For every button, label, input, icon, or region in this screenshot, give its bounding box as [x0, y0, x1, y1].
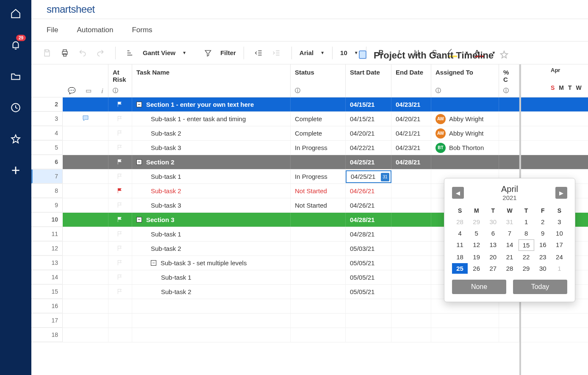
print-icon[interactable]	[58, 46, 72, 60]
info-icon[interactable]: ⓘ	[295, 87, 341, 94]
datepicker-day[interactable]: 30	[485, 217, 501, 227]
favorites-icon[interactable]	[10, 133, 22, 145]
end-date-cell[interactable]	[391, 198, 431, 212]
flag-icon[interactable]	[116, 245, 124, 253]
flag-icon[interactable]	[116, 101, 124, 108]
start-date-cell[interactable]: 04/28/21	[346, 213, 391, 227]
timeline-row[interactable]	[521, 314, 588, 328]
status-cell[interactable]: Not Started	[291, 184, 346, 198]
start-date-cell[interactable]	[346, 328, 391, 342]
info-icon[interactable]: ⓘ	[435, 87, 494, 94]
expand-icon[interactable]: −	[136, 159, 142, 165]
row-number[interactable]: 8	[31, 184, 63, 198]
start-date-cell[interactable]: 04/25/2131	[346, 170, 391, 183]
datepicker-day[interactable]: 11	[452, 239, 468, 251]
risk-cell[interactable]	[108, 97, 132, 111]
task-cell[interactable]: Sub-task 2	[132, 184, 291, 198]
task-cell[interactable]: −Section 2	[132, 155, 291, 169]
datepicker-day[interactable]: 8	[519, 228, 534, 239]
task-cell[interactable]: Sub-task 1	[132, 169, 291, 183]
datepicker-day[interactable]: 1	[519, 217, 534, 227]
view-label[interactable]: Gantt View	[143, 49, 175, 56]
task-cell[interactable]: Sub-task 2	[132, 285, 291, 299]
notifications-icon[interactable]: 29	[10, 39, 22, 51]
row-number[interactable]: 15	[31, 285, 63, 299]
menu-forms[interactable]: Forms	[132, 26, 152, 34]
start-date-cell[interactable]	[346, 299, 391, 313]
status-cell[interactable]: Complete	[291, 126, 346, 140]
risk-cell[interactable]	[108, 299, 132, 313]
flag-icon[interactable]	[116, 115, 124, 123]
datepicker-day[interactable]: 6	[485, 228, 501, 239]
datepicker-day[interactable]: 28	[502, 263, 517, 274]
row-number[interactable]: 11	[31, 227, 63, 241]
datepicker-day[interactable]: 24	[552, 252, 567, 262]
assigned-cell[interactable]: AWAbby Wright	[431, 112, 499, 126]
status-cell[interactable]	[291, 213, 346, 227]
grid-row[interactable]: 5Sub-task 3In Progress04/22/2104/23/21BT…	[31, 141, 519, 155]
end-date-cell[interactable]	[391, 328, 431, 342]
flag-icon[interactable]	[116, 216, 124, 224]
status-cell[interactable]	[291, 270, 346, 284]
task-cell[interactable]	[132, 299, 291, 313]
flag-icon[interactable]	[116, 274, 124, 281]
status-cell[interactable]	[291, 299, 346, 313]
datepicker-next[interactable]: ▶	[555, 187, 567, 199]
datepicker-day[interactable]: 29	[519, 263, 534, 274]
datepicker-day[interactable]: 25	[452, 263, 468, 274]
end-date-cell[interactable]: 04/23/21	[391, 141, 431, 155]
grid-row[interactable]: 2−Section 1 - enter your own text here04…	[31, 97, 519, 112]
add-icon[interactable]	[10, 164, 22, 176]
end-date-cell[interactable]	[391, 285, 431, 299]
end-date-cell[interactable]	[391, 242, 431, 256]
datepicker-day[interactable]: 23	[535, 252, 551, 262]
end-date-cell[interactable]: 04/28/21	[391, 155, 431, 169]
datepicker-day[interactable]: 18	[452, 252, 468, 262]
row-number[interactable]: 3	[31, 112, 63, 126]
font-size-select[interactable]: 10	[340, 49, 347, 56]
risk-cell[interactable]	[108, 198, 132, 212]
task-cell[interactable]: Sub-task 3	[132, 141, 291, 155]
flag-icon[interactable]	[116, 259, 124, 267]
datepicker-day[interactable]: 16	[535, 239, 551, 251]
calendar-icon[interactable]: 31	[381, 173, 389, 181]
status-cell[interactable]	[291, 155, 346, 169]
risk-cell[interactable]	[108, 155, 132, 169]
row-number[interactable]: 12	[31, 242, 63, 256]
task-cell[interactable]: Sub-task 1	[132, 227, 291, 241]
datepicker-day[interactable]: 19	[469, 252, 484, 262]
timeline-row[interactable]	[521, 155, 588, 169]
task-cell[interactable]: Sub-task 2	[132, 126, 291, 140]
datepicker-day[interactable]: 22	[519, 252, 534, 262]
status-cell[interactable]	[291, 314, 346, 328]
grid-row[interactable]: 17	[31, 314, 519, 328]
status-cell[interactable]	[291, 242, 346, 256]
task-cell[interactable]	[132, 328, 291, 342]
flag-icon[interactable]	[116, 158, 124, 166]
pct-cell[interactable]	[499, 126, 519, 140]
col-risk[interactable]: At Risk	[113, 69, 128, 83]
end-date-cell[interactable]	[391, 270, 431, 284]
recents-icon[interactable]	[10, 102, 22, 114]
grid-row[interactable]: 6−Section 204/25/2104/28/21	[31, 155, 519, 169]
status-cell[interactable]: Complete	[291, 112, 346, 126]
end-date-cell[interactable]	[391, 213, 431, 227]
start-date-cell[interactable]: 04/15/21	[346, 97, 391, 111]
status-cell[interactable]: In Progress	[291, 169, 346, 183]
datepicker-day[interactable]: 2	[535, 217, 551, 227]
datepicker-none-button[interactable]: None	[452, 280, 506, 294]
view-icon[interactable]	[123, 46, 138, 60]
expand-icon[interactable]: −	[136, 217, 142, 222]
datepicker-day[interactable]: 27	[485, 263, 501, 274]
end-date-cell[interactable]	[391, 184, 431, 198]
row-number[interactable]: 4	[31, 126, 63, 140]
status-cell[interactable]	[291, 328, 346, 342]
risk-cell[interactable]	[108, 242, 132, 256]
datepicker-day[interactable]: 7	[502, 228, 517, 239]
task-cell[interactable]	[132, 314, 291, 328]
pct-cell[interactable]	[499, 97, 519, 111]
end-date-cell[interactable]	[391, 227, 431, 241]
row-number[interactable]: 7	[31, 169, 63, 183]
start-date-cell[interactable]: 04/25/21	[346, 155, 391, 169]
risk-cell[interactable]	[108, 126, 132, 140]
